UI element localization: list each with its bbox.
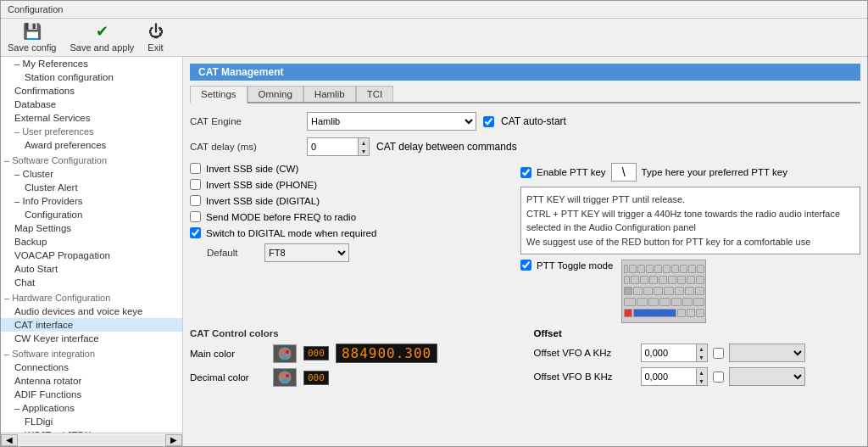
- kbd-key: [695, 287, 704, 295]
- scroll-right-btn[interactable]: ▶: [165, 434, 182, 446]
- kbd-key: [643, 287, 653, 295]
- scroll-left-btn[interactable]: ◀: [1, 434, 18, 446]
- invert-ssb-digital-row: Invert SSB side (DIGITAL): [190, 195, 512, 206]
- sidebar-item-software-config[interactable]: – Software Configuration: [1, 154, 182, 167]
- main-color-icon[interactable]: [273, 344, 297, 363]
- right-col: Enable PTT key \ Type here your preferre…: [520, 163, 860, 323]
- palette-icon: [276, 346, 293, 361]
- decimal-color-label: Decimal color: [190, 372, 266, 383]
- vfo-a-spin-up[interactable]: ▲: [697, 344, 707, 353]
- vfo-b-spin-up[interactable]: ▲: [697, 368, 707, 377]
- sidebar-item-connections[interactable]: Connections: [1, 360, 182, 374]
- default-select[interactable]: FT8: [264, 243, 349, 262]
- sidebar-item-user-preferences[interactable]: – User preferences: [1, 125, 182, 138]
- cat-delay-spinner[interactable]: ▲ ▼: [307, 137, 370, 156]
- invert-ssb-phone-checkbox[interactable]: [190, 179, 201, 190]
- cat-auto-start-label: CAT auto-start: [501, 115, 566, 127]
- vfo-b-select[interactable]: [729, 367, 805, 386]
- sidebar-item-external-services[interactable]: External Services: [1, 111, 182, 125]
- tab-omning[interactable]: Omning: [248, 86, 303, 102]
- sidebar-hscrollbar[interactable]: ◀ ▶: [1, 433, 182, 446]
- sidebar-item-hardware-config[interactable]: – Hardware Configuration: [1, 291, 182, 305]
- vfo-b-row: Offset VFO B KHz ▲ ▼: [534, 367, 861, 386]
- cat-engine-select[interactable]: Hamlib: [307, 112, 476, 131]
- enable-ptt-checkbox[interactable]: [520, 167, 531, 178]
- vfo-a-select[interactable]: [729, 344, 805, 362]
- cat-delay-spin-up[interactable]: ▲: [359, 138, 369, 147]
- sidebar-item-my-references[interactable]: – My References: [1, 57, 182, 70]
- kbd-key: [659, 298, 670, 306]
- svg-point-5: [281, 374, 284, 377]
- kbd-row-1: [624, 265, 704, 275]
- vfo-b-checkbox[interactable]: [713, 372, 724, 383]
- cat-engine-label: CAT Engine: [190, 116, 300, 126]
- vfo-a-checkbox[interactable]: [713, 348, 724, 359]
- ptt-toggle-checkbox[interactable]: [520, 260, 531, 271]
- sidebar-item-auto-start[interactable]: Auto Start: [1, 262, 182, 276]
- svg-point-6: [286, 374, 289, 377]
- exit-button[interactable]: ⏻ Exit: [147, 23, 163, 53]
- invert-ssb-cw-row: Invert SSB side (CW): [190, 163, 512, 174]
- sidebar-item-cw-keyer[interactable]: CW Keyer interface: [1, 332, 182, 345]
- sidebar-item-voacap[interactable]: VOACAP Propagation: [1, 249, 182, 262]
- vfo-b-spin-down[interactable]: ▼: [697, 377, 707, 385]
- sidebar-item-map-settings[interactable]: Map Settings: [1, 221, 182, 235]
- tabs: Settings Omning Hamlib TCI: [190, 86, 860, 103]
- sidebar-item-backup[interactable]: Backup: [1, 235, 182, 249]
- main-display-text: 884900.300: [342, 345, 431, 361]
- kbd-key: [640, 276, 648, 284]
- save-apply-button[interactable]: ✔ Save and apply: [70, 22, 134, 53]
- sidebar-item-confirmations[interactable]: Confirmations: [1, 84, 182, 98]
- vfo-a-spin-down[interactable]: ▼: [697, 353, 707, 361]
- sidebar-item-cat-interface[interactable]: CAT interface: [1, 318, 182, 332]
- sidebar-item-award-preferences[interactable]: Award preferences: [1, 138, 182, 152]
- invert-ssb-phone-row: Invert SSB side (PHONE): [190, 179, 512, 190]
- kbd-key: [671, 265, 679, 273]
- sidebar-item-audio-devices[interactable]: Audio devices and voice keye: [1, 305, 182, 318]
- decimal-color-row: Decimal color 000: [190, 368, 517, 387]
- decimal-color-value: 000: [308, 372, 325, 383]
- type-ptt-label: Type here your preferred PTT key: [642, 167, 787, 177]
- kbd-key: [675, 287, 684, 295]
- sidebar-item-adif-functions[interactable]: ADIF Functions: [1, 388, 182, 401]
- vfo-a-input[interactable]: [641, 344, 696, 362]
- save-config-icon: 💾: [23, 22, 42, 41]
- decimal-color-icon[interactable]: [273, 368, 297, 387]
- sidebar-item-info-providers[interactable]: – Info Providers: [1, 194, 182, 208]
- sidebar-item-cluster-alert[interactable]: Cluster Alert: [1, 181, 182, 194]
- vfo-b-spinner[interactable]: ▲ ▼: [641, 367, 708, 386]
- sidebar-item-configuration[interactable]: Configuration: [1, 208, 182, 221]
- sidebar-item-software-integration[interactable]: – Software integration: [1, 347, 182, 360]
- sidebar-item-chat[interactable]: Chat: [1, 276, 182, 289]
- tab-tci[interactable]: TCI: [356, 86, 394, 102]
- sidebar-item-antenna-rotator[interactable]: Antenna rotator: [1, 374, 182, 388]
- kbd-row-3: [624, 287, 704, 297]
- tab-settings[interactable]: Settings: [190, 86, 248, 103]
- send-mode-checkbox[interactable]: [190, 211, 201, 222]
- kbd-key: [685, 287, 694, 295]
- sidebar-item-fldigi[interactable]: FLDigi: [1, 415, 182, 428]
- title-bar: Configuration: [1, 1, 867, 19]
- default-label: Default: [207, 248, 258, 258]
- main-color-label: Main color: [190, 349, 266, 359]
- save-apply-icon: ✔: [96, 22, 108, 41]
- vfo-b-input[interactable]: [641, 367, 696, 386]
- sidebar-item-applications[interactable]: – Applications: [1, 401, 182, 415]
- vfo-a-spinner[interactable]: ▲ ▼: [641, 344, 708, 362]
- tab-hamlib[interactable]: Hamlib: [303, 86, 356, 102]
- sidebar-item-database[interactable]: Database: [1, 98, 182, 111]
- main-display-preview: 884900.300: [336, 344, 437, 363]
- cat-delay-spin-down[interactable]: ▼: [359, 147, 369, 155]
- cat-delay-input[interactable]: [307, 137, 358, 156]
- save-config-button[interactable]: 💾 Save config: [8, 22, 56, 53]
- sidebar-item-cluster[interactable]: – Cluster: [1, 167, 182, 181]
- invert-ssb-digital-checkbox[interactable]: [190, 195, 201, 206]
- invert-ssb-cw-checkbox[interactable]: [190, 163, 201, 174]
- cat-auto-start-checkbox[interactable]: [483, 116, 494, 127]
- enable-ptt-row: Enable PTT key \ Type here your preferre…: [520, 163, 860, 182]
- switch-digital-checkbox[interactable]: [190, 227, 201, 238]
- offset-title: Offset: [534, 328, 861, 338]
- invert-ssb-phone-label: Invert SSB side (PHONE): [206, 180, 317, 190]
- main-color-row: Main color 000 884900.300: [190, 344, 517, 363]
- sidebar-item-station-config[interactable]: Station configuration: [1, 70, 182, 84]
